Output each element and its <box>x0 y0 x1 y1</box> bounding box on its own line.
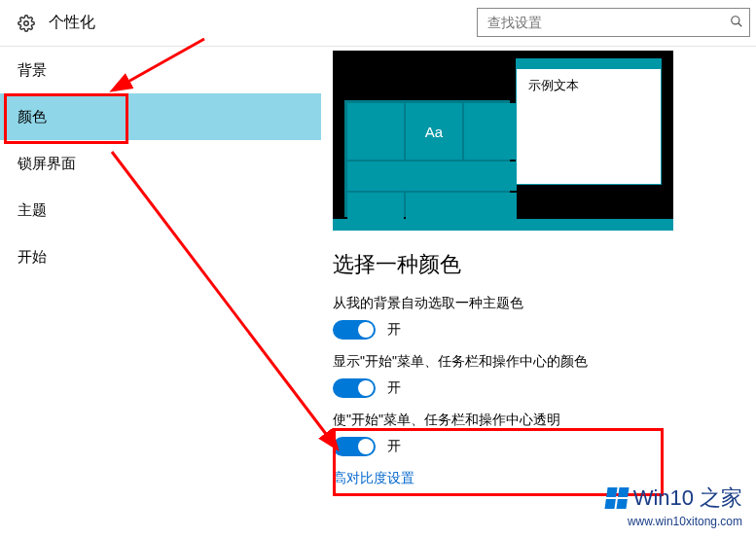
preview-window-titlebar <box>517 59 661 69</box>
watermark-brand-a: Win10 <box>633 485 694 511</box>
svg-point-1 <box>732 16 739 23</box>
preview-tile <box>347 193 404 222</box>
preview-taskbar <box>333 219 673 231</box>
sidebar-item-label: 锁屏界面 <box>18 155 76 173</box>
toggle-transparency[interactable] <box>333 437 376 456</box>
main-pane: Aa 示例文本 选择一种颜色 从我的背景自动选取一种主题色 开 显示"开始"菜单… <box>321 47 756 538</box>
toggle-state: 开 <box>387 321 401 339</box>
content: 背景 颜色 锁屏界面 主题 开始 Aa 示例文本 <box>0 47 756 538</box>
preview-tile <box>347 161 517 191</box>
toggle-show-color[interactable] <box>333 378 376 398</box>
sidebar-item-colors[interactable]: 颜色 <box>0 93 321 140</box>
toggle-state: 开 <box>387 438 401 455</box>
page-title: 个性化 <box>49 13 95 33</box>
watermark-brand-b: 之家 <box>700 484 742 513</box>
sidebar-item-background[interactable]: 背景 <box>0 47 321 93</box>
sidebar-item-lockscreen[interactable]: 锁屏界面 <box>0 140 321 187</box>
setting-transparency: 使"开始"菜单、任务栏和操作中心透明 开 <box>333 412 737 456</box>
sidebar-item-label: 主题 <box>18 201 47 220</box>
search-input[interactable] <box>477 8 750 37</box>
setting-label: 使"开始"菜单、任务栏和操作中心透明 <box>333 412 737 429</box>
windows-logo-icon <box>604 487 629 509</box>
search-icon <box>730 15 743 31</box>
sidebar-item-label: 颜色 <box>18 108 47 126</box>
preview-tile <box>464 103 517 160</box>
svg-point-0 <box>24 20 29 25</box>
sidebar: 背景 颜色 锁屏界面 主题 开始 <box>0 47 321 538</box>
sidebar-item-start[interactable]: 开始 <box>0 233 321 280</box>
setting-label: 显示"开始"菜单、任务栏和操作中心的颜色 <box>333 353 737 371</box>
preview-tile <box>347 103 404 160</box>
setting-auto-accent: 从我的背景自动选取一种主题色 开 <box>333 295 737 340</box>
search-field[interactable] <box>487 15 730 30</box>
sidebar-item-themes[interactable]: 主题 <box>0 187 321 233</box>
preview-tile-aa: Aa <box>406 103 462 160</box>
preview-tile <box>406 193 517 222</box>
sidebar-item-label: 开始 <box>18 248 47 267</box>
color-preview: Aa 示例文本 <box>333 51 673 231</box>
preview-start-menu: Aa <box>344 100 510 217</box>
toggle-auto-accent[interactable] <box>333 320 376 340</box>
gear-icon <box>18 15 35 32</box>
preview-window-text: 示例文本 <box>517 69 661 102</box>
section-title: 选择一种颜色 <box>333 250 737 279</box>
svg-line-2 <box>738 22 742 26</box>
setting-show-color: 显示"开始"菜单、任务栏和操作中心的颜色 开 <box>333 353 737 398</box>
preview-window: 示例文本 <box>516 58 662 185</box>
watermark: Win10之家 www.win10xitong.com <box>606 484 742 528</box>
sidebar-item-label: 背景 <box>18 61 47 80</box>
toggle-state: 开 <box>387 379 401 397</box>
watermark-url: www.win10xitong.com <box>606 515 742 528</box>
setting-label: 从我的背景自动选取一种主题色 <box>333 295 737 312</box>
